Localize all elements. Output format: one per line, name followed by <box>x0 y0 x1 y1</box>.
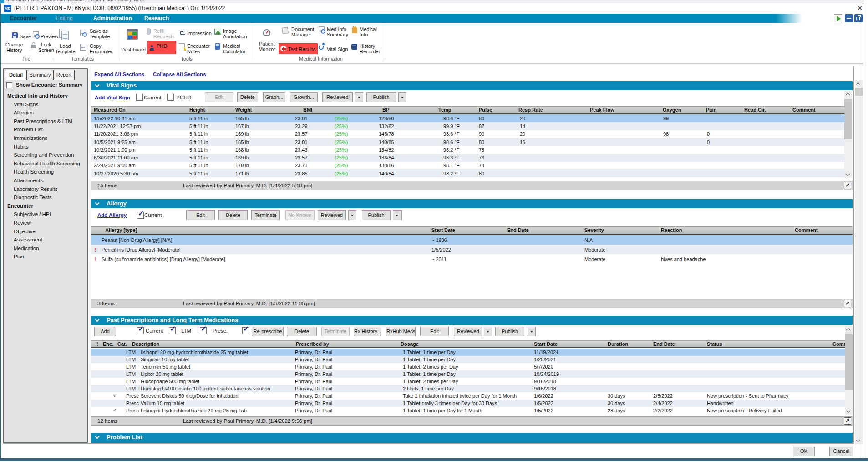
allergy-edit-button[interactable]: Edit <box>186 210 215 220</box>
table-row[interactable]: 11/22/2021 12:57 pm5 ft 11 in167 lb23.29… <box>91 122 844 130</box>
allergy-publish-button[interactable]: Publish <box>362 210 391 220</box>
table-row[interactable]: LTMTenormin 50 mg tabletPrimary, Dr. Pau… <box>91 363 845 370</box>
ribbon-impression[interactable]: Impression <box>187 31 212 36</box>
ribbon-document-manager[interactable]: Document Manager <box>291 26 314 37</box>
ribbon-med-info-summary[interactable]: Med Info Summary <box>327 26 348 37</box>
scroll-up-icon[interactable] <box>845 326 853 333</box>
table-row[interactable]: 10/27/2020 5:30 pm5 ft 11 in171 lb23.85(… <box>91 169 844 177</box>
column-header[interactable]: Head Cir. <box>744 107 766 113</box>
vital-signs-scrollbar[interactable] <box>844 91 852 178</box>
ribbon-test-results[interactable]: Test Results <box>288 46 315 52</box>
ribbon-history-recorder[interactable]: History Recorder <box>360 43 380 54</box>
column-header[interactable]: Prescribed by <box>296 341 329 348</box>
sidebar-item-subjective-hpi[interactable]: Subjective / HPI <box>4 210 87 219</box>
pp-popout-icon[interactable] <box>844 417 851 425</box>
tab-report[interactable]: Report <box>53 70 75 80</box>
vital-signs-header[interactable]: Vital Signs <box>91 81 853 90</box>
pp-other-checkbox[interactable]: ✓ <box>242 327 249 334</box>
sidebar-item-vital-signs[interactable]: Vital Signs <box>4 100 87 109</box>
scroll-down-icon[interactable] <box>845 408 853 415</box>
pp-edit-button[interactable]: Edit <box>420 327 449 336</box>
column-header[interactable]: End Date <box>507 227 529 234</box>
sidebar-item-behavioral-health-screening[interactable]: Behavioral Health Screening <box>4 159 87 168</box>
pp-represcribe-button[interactable]: Re-prescribe <box>252 327 284 336</box>
sidebar-item-attachments[interactable]: Attachments <box>4 176 87 185</box>
sidebar-item-habits[interactable]: Habits <box>4 143 87 151</box>
pp-current-checkbox[interactable]: ✓ <box>137 327 144 334</box>
tab-detail[interactable]: Detail <box>5 70 27 80</box>
ribbon-preview[interactable]: Preview <box>41 34 58 39</box>
allergy-noknown-button[interactable]: No Known <box>285 210 315 220</box>
pp-add-button[interactable]: Add <box>94 327 116 336</box>
pp-ltm-checkbox[interactable]: ✓ <box>169 327 176 334</box>
column-header[interactable]: BMI <box>303 107 312 113</box>
allergy-popout-icon[interactable] <box>844 300 851 307</box>
ribbon-refill-requests[interactable]: Refill Requests <box>153 28 174 39</box>
column-header[interactable]: Allergy [type] <box>105 227 137 234</box>
table-row[interactable]: LTMSingulair 10 mg tabletPrimary, Dr. Pa… <box>91 356 845 363</box>
table-row[interactable]: ✓PrescLisinopril-Hydrochlorothiazide 20 … <box>91 407 845 414</box>
prescriptions-header[interactable]: Past Prescriptions and Long Term Medicat… <box>91 316 853 325</box>
column-header[interactable]: Dosage <box>401 341 419 348</box>
pp-delete-button[interactable]: Delete <box>287 327 317 336</box>
sidebar-item-plan[interactable]: Plan <box>4 252 87 261</box>
collapse-all-link[interactable]: Collapse All Sections <box>153 72 206 77</box>
table-row[interactable]: !Penicillins [Drug Allergy] [Moderate]1/… <box>91 245 853 254</box>
column-header[interactable]: Reaction <box>661 227 682 234</box>
vs-edit-button[interactable]: Edit <box>205 92 233 102</box>
problem-list-header[interactable]: Problem List <box>91 433 853 443</box>
column-header[interactable]: Start Date <box>431 227 455 234</box>
table-row[interactable]: LTMlisinopril 20 mg-hydrochlorothiazide … <box>91 349 845 356</box>
table-row[interactable]: 11/20/2021 3:06 pm5 ft 11 in169 lb23.57(… <box>91 130 844 138</box>
tab-encounter[interactable]: Encounter <box>10 14 37 23</box>
table-row[interactable]: LTMGlucophage 500 mg tabletPrimary, Dr. … <box>91 378 845 385</box>
vs-pghd-checkbox[interactable] <box>167 94 174 101</box>
column-header[interactable]: BP <box>382 107 389 113</box>
ribbon-lock-screen[interactable]: Lock Screen <box>38 42 54 53</box>
sidebar-item-review[interactable]: Review <box>4 219 87 227</box>
sidebar-item-medication[interactable]: Medication <box>4 244 87 253</box>
add-allergy-link[interactable]: Add Allergy <box>97 212 127 218</box>
pp-rxhub-button[interactable]: RxHub Meds <box>386 327 416 336</box>
table-row[interactable]: 10/5/2021 9:25 am5 ft 11 in165 lb23.01(2… <box>91 138 844 146</box>
vs-publish-button[interactable]: Publish <box>366 92 396 102</box>
table-row[interactable]: 6/30/2021 11:00 am5 ft 11 in169 lb23.57(… <box>91 154 844 162</box>
column-header[interactable]: Comment <box>795 227 818 234</box>
vs-reviewed-dropdown[interactable] <box>355 92 363 102</box>
page-scrollbar[interactable] <box>855 80 863 444</box>
column-header[interactable]: Peak Flow <box>590 107 614 113</box>
column-header[interactable]: Cat. <box>117 341 127 348</box>
ribbon-medical-info[interactable]: Medical Info <box>360 26 377 37</box>
sidebar-item-laboratory-results[interactable]: Laboratory Results <box>4 185 87 194</box>
column-header[interactable]: Severity <box>584 227 604 234</box>
ribbon-dashboard[interactable]: Dashboard <box>121 47 146 52</box>
minimize-button[interactable] <box>845 14 853 22</box>
allergy-publish-dropdown[interactable] <box>393 210 402 220</box>
vs-publish-dropdown[interactable] <box>398 92 406 102</box>
scroll-thumb[interactable] <box>855 88 863 96</box>
sidebar-item-past-prescriptions-ltm[interactable]: Past Prescriptions & LTM <box>4 117 87 126</box>
column-header[interactable]: Duration <box>608 341 628 348</box>
column-header[interactable]: Oxygen <box>663 107 681 113</box>
pp-reviewed-dropdown[interactable] <box>484 327 492 336</box>
ok-button[interactable]: OK <box>793 447 815 456</box>
ribbon-medical-calculator[interactable]: Medical Calculator <box>223 43 246 54</box>
ribbon-save[interactable]: Save <box>20 34 31 39</box>
sidebar-item-screening-and-prevention[interactable]: Screening and Prevention <box>4 151 87 159</box>
column-header[interactable]: Status <box>707 341 722 348</box>
column-header[interactable]: Enc. <box>103 341 113 348</box>
allergy-delete-button[interactable]: Delete <box>218 210 248 220</box>
ribbon-change-history[interactable]: Change History <box>5 42 23 53</box>
table-row[interactable]: ✓PrescSerevent Diskus 50 mcg/Dose for In… <box>91 392 845 400</box>
sidebar-item-immunizations[interactable]: Immunizations <box>4 134 87 143</box>
vs-current-checkbox[interactable] <box>136 94 143 101</box>
column-header[interactable]: Resp Rate <box>518 107 543 113</box>
table-row[interactable]: !Sulfa (sulfonamide antibiotics) [Drug A… <box>91 254 853 264</box>
tab-research[interactable]: Research <box>144 14 169 23</box>
pp-terminate-button[interactable]: Terminate <box>321 327 350 336</box>
sidebar-item-diagnostic-tests[interactable]: Diagnostic Tests <box>4 193 87 202</box>
column-header[interactable]: Temp <box>438 107 452 113</box>
scroll-up-icon[interactable] <box>844 91 852 98</box>
vs-reviewed-button[interactable]: Reviewed <box>322 92 353 102</box>
add-vital-sign-link[interactable]: Add Vital Sign <box>95 95 130 100</box>
